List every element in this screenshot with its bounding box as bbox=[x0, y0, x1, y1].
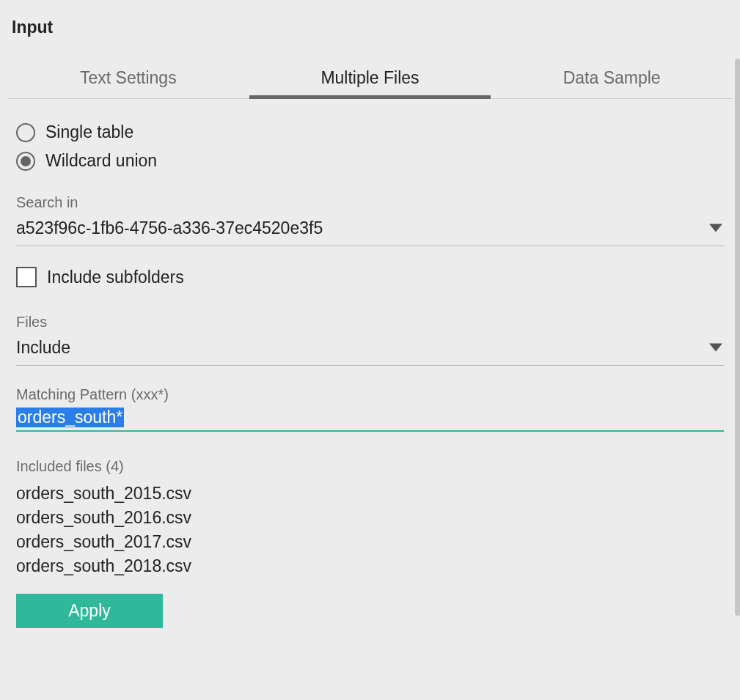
search-in-field: Search in a523f96c-1fb6-4756-a336-37ec45… bbox=[16, 194, 724, 246]
scrollbar-thumb[interactable] bbox=[735, 59, 740, 616]
svg-marker-0 bbox=[709, 224, 722, 232]
matching-pattern-input[interactable]: orders_south* bbox=[16, 408, 724, 432]
included-files-block: Included files (4) orders_south_2015.csv… bbox=[16, 458, 724, 628]
list-item: orders_south_2018.csv bbox=[16, 556, 724, 576]
radio-wildcard-union[interactable]: Wildcard union bbox=[16, 151, 724, 171]
chevron-down-icon bbox=[709, 222, 722, 235]
tab-data-sample[interactable]: Data Sample bbox=[491, 61, 733, 98]
list-item: orders_south_2016.csv bbox=[16, 508, 724, 528]
include-subfolders-checkbox[interactable]: Include subfolders bbox=[16, 267, 724, 287]
radio-label: Wildcard union bbox=[45, 151, 157, 171]
apply-button[interactable]: Apply bbox=[16, 594, 163, 628]
files-filter-label: Files bbox=[16, 314, 724, 331]
chevron-down-icon bbox=[709, 342, 722, 355]
files-filter-select[interactable]: Include bbox=[16, 335, 724, 366]
tabs: Text Settings Multiple Files Data Sample bbox=[7, 61, 733, 99]
included-files-list: orders_south_2015.csv orders_south_2016.… bbox=[16, 484, 724, 576]
list-item: orders_south_2017.csv bbox=[16, 532, 724, 552]
scrollbar[interactable] bbox=[735, 0, 740, 700]
checkbox-label: Include subfolders bbox=[47, 268, 184, 287]
tab-content: Single table Wildcard union Search in a5… bbox=[0, 99, 740, 628]
matching-pattern-label: Matching Pattern (xxx*) bbox=[16, 386, 724, 403]
matching-pattern-field: Matching Pattern (xxx*) orders_south* bbox=[16, 386, 724, 432]
search-in-select[interactable]: a523f96c-1fb6-4756-a336-37ec4520e3f5 bbox=[16, 215, 724, 246]
radio-icon bbox=[16, 123, 35, 142]
radio-label: Single table bbox=[45, 122, 133, 142]
files-filter-value: Include bbox=[16, 338, 70, 358]
tab-text-settings[interactable]: Text Settings bbox=[7, 61, 249, 98]
tab-multiple-files[interactable]: Multiple Files bbox=[249, 61, 491, 98]
radio-icon bbox=[16, 152, 35, 171]
panel-title: Input bbox=[0, 0, 740, 37]
svg-marker-1 bbox=[709, 343, 722, 351]
input-panel: Input Text Settings Multiple Files Data … bbox=[0, 0, 740, 700]
search-in-value: a523f96c-1fb6-4756-a336-37ec4520e3f5 bbox=[16, 218, 323, 238]
table-mode-radio-group: Single table Wildcard union bbox=[16, 122, 724, 171]
radio-single-table[interactable]: Single table bbox=[16, 122, 724, 142]
files-filter-field: Files Include bbox=[16, 314, 724, 366]
search-in-label: Search in bbox=[16, 194, 724, 211]
checkbox-icon bbox=[16, 267, 37, 287]
matching-pattern-value: orders_south* bbox=[16, 408, 124, 427]
list-item: orders_south_2015.csv bbox=[16, 484, 724, 504]
included-files-label: Included files (4) bbox=[16, 458, 724, 475]
